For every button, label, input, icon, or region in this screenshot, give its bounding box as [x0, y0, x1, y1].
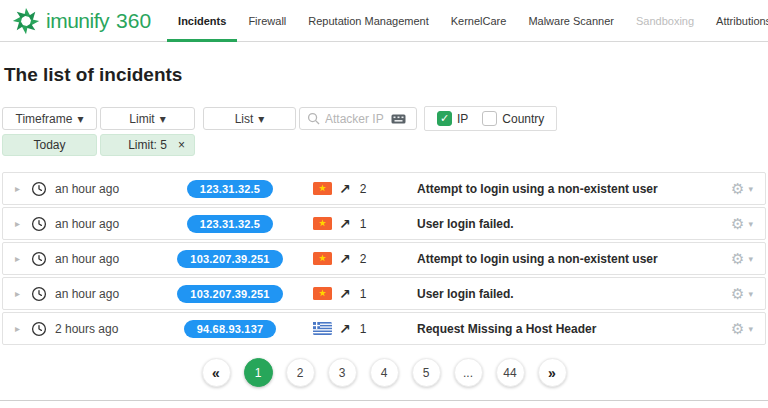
clock-icon — [31, 181, 55, 197]
attacker-ip-pill[interactable]: 123.31.32.5 — [187, 215, 273, 233]
top-navbar: imunify360 Incidents Firewall Reputation… — [0, 0, 768, 42]
clock-icon — [31, 216, 55, 232]
limit-label: Limit — [129, 112, 154, 126]
imunify360-logo[interactable]: imunify360 — [12, 7, 151, 35]
chevron-down-icon: ▾ — [748, 289, 753, 299]
pagination-prev-button[interactable]: « — [202, 358, 231, 387]
chevron-down-icon: ▾ — [748, 219, 753, 229]
ip-checkbox-label: IP — [457, 112, 468, 126]
clock-icon — [31, 286, 55, 302]
filter-controls-row: Timeframe ▾ Limit ▾ List ▾ — [2, 106, 768, 131]
bottom-divider — [0, 400, 768, 401]
incident-time: an hour ago — [55, 217, 155, 231]
checkbox-checked-icon: ✓ — [437, 111, 452, 126]
chip-today[interactable]: Today — [2, 134, 97, 156]
expand-caret-icon[interactable]: ▸ — [15, 323, 31, 334]
nav-tab-sandboxing[interactable]: Sandboxing — [625, 0, 705, 42]
escalation-arrow-icon: ↗ — [339, 216, 351, 232]
incident-count: 2 — [360, 252, 367, 266]
chevron-down-icon: ▾ — [748, 324, 753, 334]
incident-message: User login failed. — [391, 217, 731, 231]
list-label: List — [235, 112, 254, 126]
row-actions-menu[interactable]: ⚙ ▾ — [731, 286, 753, 301]
row-actions-menu[interactable]: ⚙ ▾ — [731, 251, 753, 266]
pagination-page-3[interactable]: 3 — [328, 358, 357, 387]
pagination-page-2[interactable]: 2 — [286, 358, 315, 387]
incidents-table: ▸ an hour ago 123.31.32.5 ↗ 2 Attempt to… — [2, 172, 766, 345]
list-dropdown[interactable]: List ▾ — [203, 107, 296, 130]
incident-row[interactable]: ▸ 2 hours ago 94.68.93.137 ↗ — [2, 312, 766, 345]
attacker-ip-pill[interactable]: 103.207.39.251 — [177, 250, 282, 268]
expand-caret-icon[interactable]: ▸ — [15, 218, 31, 229]
nav-tab-kernelcare[interactable]: KernelCare — [440, 0, 518, 42]
country-checkbox-label: Country — [502, 112, 544, 126]
gear-icon: ⚙ — [731, 286, 744, 301]
chip-limit-label: Limit: 5 — [128, 138, 167, 152]
escalation-arrow-icon: ↗ — [339, 251, 351, 267]
chevron-down-icon: ▾ — [160, 112, 166, 126]
attacker-ip-search[interactable] — [299, 107, 417, 130]
row-actions-menu[interactable]: ⚙ ▾ — [731, 321, 753, 336]
limit-dropdown[interactable]: Limit ▾ — [100, 107, 195, 130]
incident-row[interactable]: ▸ an hour ago 103.207.39.251 ↗ 2 Attempt… — [2, 242, 766, 275]
incident-count: 1 — [360, 322, 367, 336]
incident-time: an hour ago — [55, 252, 155, 266]
main-nav: Incidents Firewall Reputation Management… — [167, 0, 768, 42]
pagination: « 1 2 3 4 5 ... 44 » — [0, 358, 768, 387]
check-icon: ✓ — [440, 112, 449, 125]
active-filter-chips: Today Limit: 5 × — [2, 134, 768, 156]
search-icon — [307, 112, 320, 125]
incident-row[interactable]: ▸ an hour ago 123.31.32.5 ↗ 1 User login… — [2, 207, 766, 240]
vietnam-flag — [305, 217, 339, 230]
expand-caret-icon[interactable]: ▸ — [15, 253, 31, 264]
pinwheel-logo-icon — [12, 7, 40, 35]
escalation-arrow-icon: ↗ — [339, 181, 351, 197]
attacker-ip-pill[interactable]: 103.207.39.251 — [177, 285, 282, 303]
incident-time: 2 hours ago — [55, 322, 155, 336]
ip-checkbox[interactable]: ✓ IP — [437, 111, 468, 126]
nav-tab-reputation-management[interactable]: Reputation Management — [297, 0, 439, 42]
expand-caret-icon[interactable]: ▸ — [15, 288, 31, 299]
vietnam-flag — [305, 252, 339, 265]
clock-icon — [31, 251, 55, 267]
chevron-down-icon: ▾ — [258, 112, 264, 126]
timeframe-dropdown[interactable]: Timeframe ▾ — [2, 107, 97, 130]
pagination-ellipsis[interactable]: ... — [454, 358, 483, 387]
nav-tab-attributions[interactable]: Attributions — [705, 0, 768, 42]
pagination-page-1[interactable]: 1 — [244, 358, 273, 387]
pagination-page-44[interactable]: 44 — [496, 358, 525, 387]
incident-row[interactable]: ▸ an hour ago 103.207.39.251 ↗ 1 User lo… — [2, 277, 766, 310]
nav-tab-firewall[interactable]: Firewall — [237, 0, 297, 42]
country-checkbox[interactable]: Country — [482, 111, 544, 126]
chip-limit-5[interactable]: Limit: 5 × — [100, 134, 195, 156]
brand-name: imunify — [46, 9, 109, 33]
chip-today-label: Today — [33, 138, 65, 152]
imunify360-app: imunify360 Incidents Firewall Reputation… — [0, 0, 768, 408]
pagination-page-5[interactable]: 5 — [412, 358, 441, 387]
chip-remove-icon[interactable]: × — [178, 139, 185, 151]
incident-count: 1 — [360, 217, 367, 231]
checkbox-unchecked-icon — [482, 111, 497, 126]
attacker-ip-pill[interactable]: 123.31.32.5 — [187, 180, 273, 198]
nav-tab-incidents[interactable]: Incidents — [167, 0, 237, 42]
ip-keypad-icon[interactable] — [391, 113, 406, 125]
pagination-page-4[interactable]: 4 — [370, 358, 399, 387]
attacker-ip-input[interactable] — [325, 112, 391, 126]
expand-caret-icon[interactable]: ▸ — [15, 183, 31, 194]
nav-tab-malware-scanner[interactable]: Malware Scanner — [517, 0, 625, 42]
gear-icon: ⚙ — [731, 321, 744, 336]
incident-time: an hour ago — [55, 182, 155, 196]
clock-icon — [31, 321, 55, 337]
search-type-toggle: ✓ IP Country — [424, 106, 557, 131]
escalation-arrow-icon: ↗ — [339, 286, 351, 302]
gear-icon: ⚙ — [731, 216, 744, 231]
pagination-next-button[interactable]: » — [538, 358, 567, 387]
gear-icon: ⚙ — [731, 251, 744, 266]
gear-icon: ⚙ — [731, 181, 744, 196]
greece-flag — [305, 322, 339, 335]
row-actions-menu[interactable]: ⚙ ▾ — [731, 181, 753, 196]
row-actions-menu[interactable]: ⚙ ▾ — [731, 216, 753, 231]
attacker-ip-pill[interactable]: 94.68.93.137 — [184, 320, 277, 338]
filters-panel: Timeframe ▾ Limit ▾ List ▾ — [2, 106, 768, 156]
incident-row[interactable]: ▸ an hour ago 123.31.32.5 ↗ 2 Attempt to… — [2, 172, 766, 205]
